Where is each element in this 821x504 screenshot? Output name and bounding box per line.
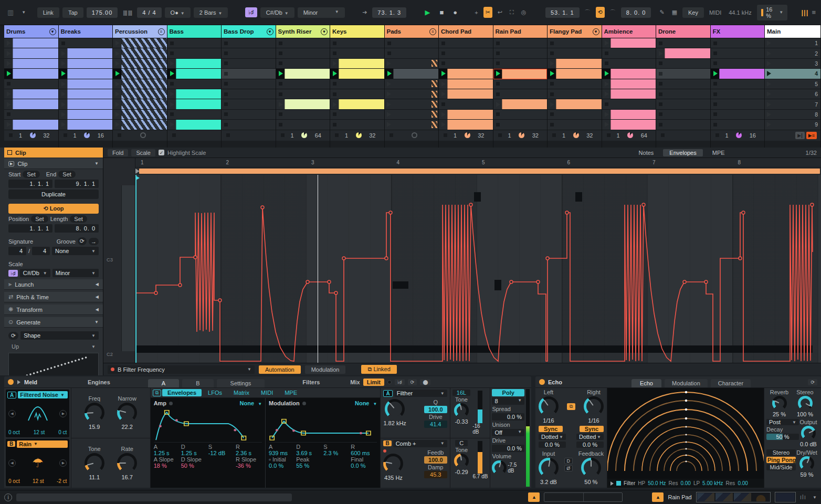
- clip-bass[interactable]: [167, 59, 222, 69]
- clip-drums[interactable]: [4, 89, 58, 99]
- clip-rain-pad[interactable]: [493, 69, 548, 79]
- scene-slot-4[interactable]: 4: [765, 69, 820, 79]
- clip-flangy-pad[interactable]: [548, 59, 602, 69]
- clip-bass[interactable]: [167, 69, 222, 79]
- pingpong-mode-button[interactable]: Ping Pong: [766, 457, 796, 463]
- clip-slot[interactable]: [222, 48, 276, 58]
- engine-b-semitones[interactable]: 12 st: [33, 478, 44, 484]
- clip-slot[interactable]: [493, 59, 548, 69]
- track-header-fx[interactable]: FX: [711, 25, 765, 38]
- clip-slot[interactable]: [711, 120, 765, 130]
- volume-knob[interactable]: [492, 460, 507, 475]
- tab-notes[interactable]: Notes: [633, 149, 660, 156]
- clip-breaks[interactable]: [59, 89, 113, 99]
- linked-button[interactable]: ⧉ Linked: [361, 365, 396, 374]
- clip-play-button[interactable]: [167, 89, 176, 99]
- clip-slot[interactable]: [656, 59, 710, 69]
- track-header-breaks[interactable]: Breaks: [59, 25, 113, 38]
- clip-rain-pad[interactable]: [493, 99, 548, 109]
- track-status-bass[interactable]: [167, 130, 222, 141]
- clip-ambience[interactable]: [602, 79, 656, 89]
- scene-slot-7[interactable]: 7: [765, 99, 820, 109]
- device-chain-thumbnail[interactable]: [696, 492, 771, 502]
- clip-play-button[interactable]: [4, 38, 13, 48]
- clip-play-button[interactable]: [4, 48, 13, 58]
- mix-b-tone-knob[interactable]: [454, 454, 469, 468]
- track-header-drums[interactable]: Drums▼: [4, 25, 58, 38]
- clip-drone[interactable]: [656, 48, 710, 58]
- subtab-mpe[interactable]: MPE: [279, 389, 302, 396]
- clip-playing-button[interactable]: [711, 69, 719, 78]
- back-to-arrangement-button[interactable]: ▶≡: [806, 132, 817, 139]
- subtab-envelopes[interactable]: Envelopes: [162, 389, 202, 396]
- group-slot-playing[interactable]: [385, 69, 439, 79]
- generate-section[interactable]: ⊙Generate▼: [4, 317, 103, 328]
- clip-slot[interactable]: [439, 48, 493, 58]
- filter-a-q-field[interactable]: 100.0: [424, 406, 447, 413]
- track-status-flangy-pad[interactable]: 132: [548, 130, 602, 141]
- clip-slot[interactable]: [222, 120, 276, 130]
- clip-slot[interactable]: [711, 48, 765, 58]
- clip-drums[interactable]: [4, 69, 58, 79]
- clip-play-button[interactable]: [167, 59, 176, 68]
- set-start-button[interactable]: Set: [23, 171, 40, 178]
- clip-slot[interactable]: [276, 89, 330, 99]
- clip-slot[interactable]: [276, 79, 330, 89]
- midside-mode-button[interactable]: Mid/Side: [766, 464, 796, 470]
- session-record-icon[interactable]: ⛶: [508, 7, 516, 18]
- clip-slot[interactable]: [711, 38, 765, 48]
- groove-menu[interactable]: None▼: [52, 247, 99, 255]
- clip-slot[interactable]: [222, 59, 276, 69]
- echo-left-sync-button[interactable]: Sync: [539, 426, 563, 432]
- track-status-ambience[interactable]: 164: [602, 130, 656, 141]
- track-chevron-icon[interactable]: ▼: [321, 28, 328, 35]
- spread-field[interactable]: 0.0 %: [492, 413, 524, 421]
- echo-left-knob[interactable]: [539, 396, 559, 416]
- clip-slot[interactable]: [602, 48, 656, 58]
- clip-slot[interactable]: [330, 38, 384, 48]
- clip-slot[interactable]: [493, 89, 548, 99]
- shape-type-menu[interactable]: Up▼: [8, 342, 99, 351]
- reverb-knob[interactable]: [772, 396, 787, 411]
- clip-fx[interactable]: [711, 69, 765, 79]
- regenerate-icon[interactable]: ⟳: [8, 332, 18, 340]
- tab-engine-b[interactable]: B: [182, 379, 213, 387]
- clip-drums[interactable]: [4, 38, 58, 48]
- metronome-icon[interactable]: |||| ||||: [121, 7, 134, 18]
- clip-slot[interactable]: [276, 48, 330, 58]
- track-header-ambience[interactable]: Ambience: [602, 25, 656, 38]
- echo-filter-bar[interactable]: Filter HP50.0 Hz Res0.00 LP5.00 kHz Res0…: [607, 479, 764, 488]
- clip-drums[interactable]: [4, 48, 58, 58]
- echo-left-division-menu[interactable]: Dotted▼: [539, 434, 566, 440]
- group-slot[interactable]: [385, 99, 439, 109]
- clip-slot[interactable]: [59, 38, 113, 48]
- clip-percussion[interactable]: [113, 99, 167, 109]
- stereo-mode-button[interactable]: Stereo: [766, 449, 796, 456]
- engine-b-octave[interactable]: 0 oct: [8, 478, 20, 484]
- scale-root-menu[interactable]: C#/Db▼: [20, 269, 50, 277]
- clip-percussion[interactable]: [113, 38, 167, 48]
- clip-slot[interactable]: [222, 110, 276, 120]
- filter-on-checkbox[interactable]: [616, 481, 621, 486]
- tab-engine-a[interactable]: A: [148, 379, 179, 387]
- clip-play-button[interactable]: [439, 79, 447, 89]
- key-scale-menu[interactable]: Minor▼: [298, 7, 345, 18]
- clip-playing-button[interactable]: [493, 69, 502, 78]
- clip-slot[interactable]: [493, 38, 548, 48]
- tap-tempo-button[interactable]: Tap: [62, 7, 83, 18]
- clip-slot[interactable]: [222, 79, 276, 89]
- amp-attack-slope[interactable]: 18 %: [154, 463, 180, 469]
- subtab-lfos[interactable]: LFOs: [203, 389, 227, 396]
- clip-breaks[interactable]: [59, 59, 113, 69]
- cpu-meter[interactable]: 16 %▼: [757, 5, 788, 20]
- stop-all-clips-button[interactable]: ▶|: [795, 132, 804, 139]
- loop-toggle-button[interactable]: ⟲: [596, 7, 605, 18]
- next-engine-icon[interactable]: ▶: [59, 459, 67, 467]
- amp-env-mode-menu[interactable]: None ▼: [240, 400, 262, 406]
- device-chain-thumbnail-2[interactable]: [775, 492, 796, 502]
- clip-play-button[interactable]: [167, 120, 176, 129]
- tab-echo-character[interactable]: Character: [711, 379, 751, 387]
- clip-slot[interactable]: [276, 120, 330, 130]
- clip-playing-button[interactable]: [59, 69, 67, 78]
- clip-breaks[interactable]: [59, 120, 113, 130]
